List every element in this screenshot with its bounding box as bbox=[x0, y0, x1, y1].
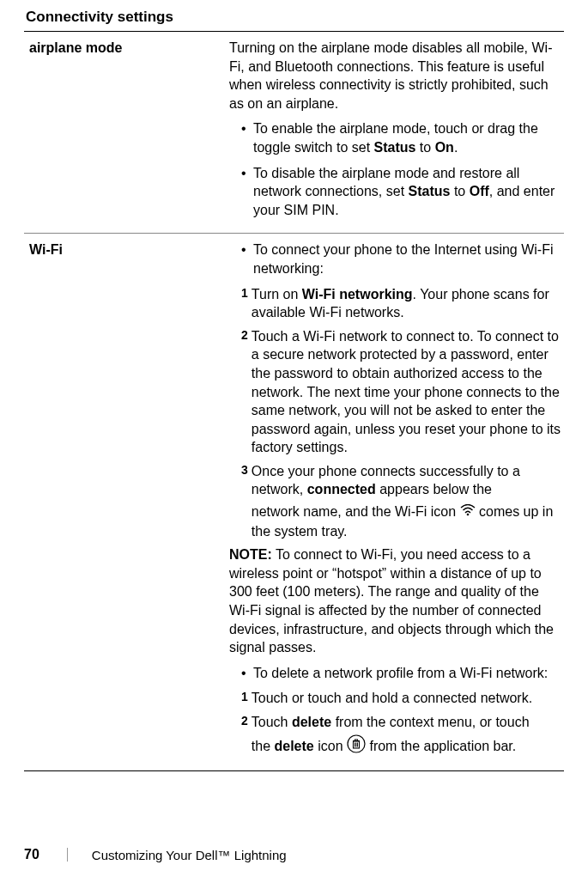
row-wifi: Wi-Fi • To connect your phone to the Int… bbox=[24, 234, 564, 771]
wifi-icon bbox=[460, 502, 476, 521]
bullet-dot-icon: • bbox=[241, 164, 253, 220]
step-number: 2 bbox=[241, 713, 248, 758]
wifi-delete-intro: • To delete a network profile from a Wi-… bbox=[241, 664, 561, 683]
step-number: 1 bbox=[241, 285, 248, 322]
wifi-step-1-text: Turn on Wi-Fi networking. Your phone sca… bbox=[252, 285, 561, 322]
wifi-connect-intro-text: To connect your phone to the Internet us… bbox=[253, 241, 561, 277]
step-number: 2 bbox=[241, 327, 248, 457]
airplane-disable-text: To disable the airplane mode and restore… bbox=[253, 164, 561, 220]
desc-airplane: Turning on the airplane mode disables al… bbox=[226, 32, 564, 234]
svg-point-0 bbox=[466, 514, 469, 516]
delete-icon bbox=[347, 734, 366, 758]
wifi-step-3: 3 Once your phone connects successfully … bbox=[241, 462, 561, 540]
desc-wifi: • To connect your phone to the Internet … bbox=[226, 234, 564, 771]
bullet-dot-icon: • bbox=[241, 241, 253, 277]
bullet-dot-icon: • bbox=[241, 119, 253, 156]
page-number: 70 bbox=[24, 847, 39, 862]
footer-separator bbox=[67, 848, 68, 862]
wifi-step-2-text: Touch a Wi-Fi network to connect to. To … bbox=[252, 327, 561, 457]
airplane-bullet-enable: • To enable the airplane mode, touch or … bbox=[241, 119, 561, 156]
step-number: 3 bbox=[241, 462, 248, 540]
section-heading: Connectivity settings bbox=[24, 9, 564, 26]
page-footer: 70 Customizing Your Dell™ Lightning bbox=[24, 847, 287, 862]
wifi-step-1: 1 Turn on Wi-Fi networking. Your phone s… bbox=[241, 285, 561, 322]
wifi-delete-step-1-text: Touch or touch and hold a connected netw… bbox=[252, 689, 561, 708]
airplane-intro: Turning on the airplane mode disables al… bbox=[229, 39, 561, 113]
row-airplane: airplane mode Turning on the airplane mo… bbox=[24, 32, 564, 234]
wifi-delete-step-1: 1 Touch or touch and hold a connected ne… bbox=[241, 689, 561, 708]
airplane-enable-text: To enable the airplane mode, touch or dr… bbox=[253, 119, 561, 156]
wifi-connect-intro: • To connect your phone to the Internet … bbox=[241, 241, 561, 277]
wifi-step-3-text: Once your phone connects successfully to… bbox=[252, 462, 561, 540]
step-number: 1 bbox=[241, 689, 248, 708]
label-airplane: airplane mode bbox=[24, 32, 226, 234]
wifi-step-2: 2 Touch a Wi-Fi network to connect to. T… bbox=[241, 327, 561, 457]
footer-title: Customizing Your Dell™ Lightning bbox=[92, 848, 287, 862]
wifi-delete-step-2-text: Touch delete from the context menu, or t… bbox=[252, 713, 561, 758]
wifi-note: NOTE: To connect to Wi-Fi, you need acce… bbox=[229, 545, 561, 657]
bullet-dot-icon: • bbox=[241, 664, 253, 683]
airplane-bullet-disable: • To disable the airplane mode and resto… bbox=[241, 164, 561, 220]
wifi-delete-intro-text: To delete a network profile from a Wi-Fi… bbox=[253, 664, 561, 683]
label-wifi: Wi-Fi bbox=[24, 234, 226, 771]
settings-table: airplane mode Turning on the airplane mo… bbox=[24, 31, 564, 771]
wifi-delete-step-2: 2 Touch delete from the context menu, or… bbox=[241, 713, 561, 758]
